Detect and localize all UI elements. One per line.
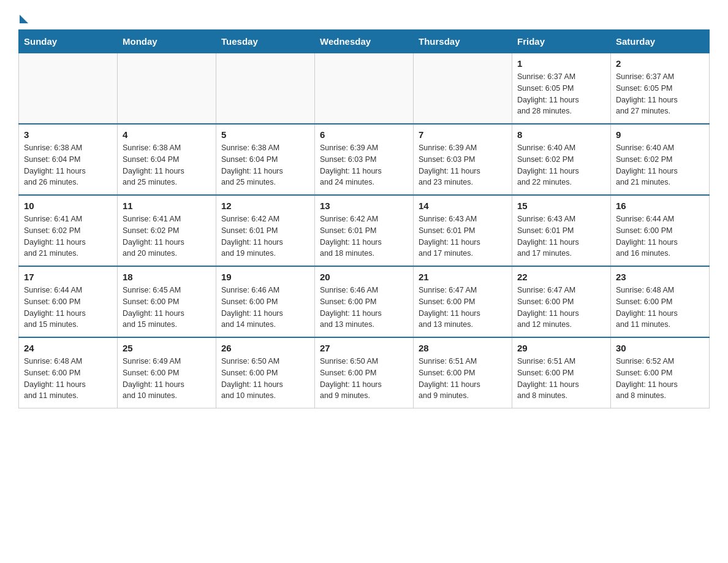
calendar-cell — [216, 53, 315, 124]
sun-info: Sunrise: 6:50 AM Sunset: 6:00 PM Dayligh… — [221, 356, 309, 402]
sun-info: Sunrise: 6:43 AM Sunset: 6:01 PM Dayligh… — [517, 213, 605, 259]
sun-info: Sunrise: 6:40 AM Sunset: 6:02 PM Dayligh… — [616, 142, 704, 188]
sun-info: Sunrise: 6:39 AM Sunset: 6:03 PM Dayligh… — [419, 142, 507, 188]
sun-info: Sunrise: 6:48 AM Sunset: 6:00 PM Dayligh… — [24, 356, 112, 402]
day-number: 10 — [24, 201, 112, 211]
sun-info: Sunrise: 6:46 AM Sunset: 6:00 PM Dayligh… — [221, 285, 309, 331]
day-number: 4 — [123, 129, 211, 140]
sun-info: Sunrise: 6:52 AM Sunset: 6:00 PM Dayligh… — [616, 356, 704, 402]
day-number: 18 — [123, 272, 211, 282]
calendar-cell: 19Sunrise: 6:46 AM Sunset: 6:00 PM Dayli… — [216, 266, 315, 337]
calendar-cell: 24Sunrise: 6:48 AM Sunset: 6:00 PM Dayli… — [19, 337, 118, 408]
column-header-thursday: Thursday — [414, 30, 512, 53]
calendar-table: SundayMondayTuesdayWednesdayThursdayFrid… — [18, 29, 710, 408]
day-number: 12 — [221, 201, 309, 211]
calendar-cell: 9Sunrise: 6:40 AM Sunset: 6:02 PM Daylig… — [611, 124, 710, 195]
day-number: 3 — [24, 129, 112, 140]
calendar-cell: 22Sunrise: 6:47 AM Sunset: 6:00 PM Dayli… — [512, 266, 611, 337]
calendar-cell: 21Sunrise: 6:47 AM Sunset: 6:00 PM Dayli… — [414, 266, 512, 337]
column-header-saturday: Saturday — [611, 30, 710, 53]
sun-info: Sunrise: 6:43 AM Sunset: 6:01 PM Dayligh… — [419, 213, 507, 259]
calendar-cell: 25Sunrise: 6:49 AM Sunset: 6:00 PM Dayli… — [118, 337, 216, 408]
day-number: 24 — [24, 343, 112, 353]
calendar-cell: 2Sunrise: 6:37 AM Sunset: 6:05 PM Daylig… — [611, 53, 710, 124]
calendar-week-row: 3Sunrise: 6:38 AM Sunset: 6:04 PM Daylig… — [19, 124, 710, 195]
calendar-week-row: 24Sunrise: 6:48 AM Sunset: 6:00 PM Dayli… — [19, 337, 710, 408]
day-number: 17 — [24, 272, 112, 282]
day-number: 22 — [517, 272, 605, 282]
calendar-header-row: SundayMondayTuesdayWednesdayThursdayFrid… — [19, 30, 710, 53]
calendar-cell: 6Sunrise: 6:39 AM Sunset: 6:03 PM Daylig… — [315, 124, 414, 195]
calendar-cell: 13Sunrise: 6:42 AM Sunset: 6:01 PM Dayli… — [315, 195, 414, 266]
day-number: 20 — [320, 272, 408, 282]
sun-info: Sunrise: 6:38 AM Sunset: 6:04 PM Dayligh… — [24, 142, 112, 188]
day-number: 28 — [419, 343, 507, 353]
day-number: 19 — [221, 272, 309, 282]
day-number: 29 — [517, 343, 605, 353]
sun-info: Sunrise: 6:37 AM Sunset: 6:05 PM Dayligh… — [616, 71, 704, 117]
sun-info: Sunrise: 6:48 AM Sunset: 6:00 PM Dayligh… — [616, 285, 704, 331]
logo — [18, 12, 28, 23]
calendar-week-row: 1Sunrise: 6:37 AM Sunset: 6:05 PM Daylig… — [19, 53, 710, 124]
day-number: 8 — [517, 129, 605, 140]
column-header-friday: Friday — [512, 30, 611, 53]
sun-info: Sunrise: 6:51 AM Sunset: 6:00 PM Dayligh… — [517, 356, 605, 402]
day-number: 6 — [320, 129, 408, 140]
sun-info: Sunrise: 6:47 AM Sunset: 6:00 PM Dayligh… — [517, 285, 605, 331]
calendar-cell: 5Sunrise: 6:38 AM Sunset: 6:04 PM Daylig… — [216, 124, 315, 195]
calendar-cell: 7Sunrise: 6:39 AM Sunset: 6:03 PM Daylig… — [414, 124, 512, 195]
day-number: 15 — [517, 201, 605, 211]
calendar-cell: 10Sunrise: 6:41 AM Sunset: 6:02 PM Dayli… — [19, 195, 118, 266]
calendar-cell: 1Sunrise: 6:37 AM Sunset: 6:05 PM Daylig… — [512, 53, 611, 124]
sun-info: Sunrise: 6:38 AM Sunset: 6:04 PM Dayligh… — [123, 142, 211, 188]
day-number: 11 — [123, 201, 211, 211]
day-number: 30 — [616, 343, 704, 353]
column-header-sunday: Sunday — [19, 30, 118, 53]
calendar-cell: 30Sunrise: 6:52 AM Sunset: 6:00 PM Dayli… — [611, 337, 710, 408]
sun-info: Sunrise: 6:49 AM Sunset: 6:00 PM Dayligh… — [123, 356, 211, 402]
sun-info: Sunrise: 6:40 AM Sunset: 6:02 PM Dayligh… — [517, 142, 605, 188]
day-number: 25 — [123, 343, 211, 353]
day-number: 23 — [616, 272, 704, 282]
day-number: 1 — [517, 58, 605, 69]
sun-info: Sunrise: 6:41 AM Sunset: 6:02 PM Dayligh… — [24, 213, 112, 259]
calendar-cell — [19, 53, 118, 124]
sun-info: Sunrise: 6:39 AM Sunset: 6:03 PM Dayligh… — [320, 142, 408, 188]
calendar-week-row: 17Sunrise: 6:44 AM Sunset: 6:00 PM Dayli… — [19, 266, 710, 337]
column-header-wednesday: Wednesday — [315, 30, 414, 53]
column-header-monday: Monday — [118, 30, 216, 53]
calendar-cell: 14Sunrise: 6:43 AM Sunset: 6:01 PM Dayli… — [414, 195, 512, 266]
page-header — [18, 12, 710, 23]
calendar-cell — [118, 53, 216, 124]
calendar-cell: 4Sunrise: 6:38 AM Sunset: 6:04 PM Daylig… — [118, 124, 216, 195]
calendar-cell: 15Sunrise: 6:43 AM Sunset: 6:01 PM Dayli… — [512, 195, 611, 266]
sun-info: Sunrise: 6:42 AM Sunset: 6:01 PM Dayligh… — [320, 213, 408, 259]
calendar-cell: 20Sunrise: 6:46 AM Sunset: 6:00 PM Dayli… — [315, 266, 414, 337]
day-number: 5 — [221, 129, 309, 140]
calendar-cell: 26Sunrise: 6:50 AM Sunset: 6:00 PM Dayli… — [216, 337, 315, 408]
calendar-week-row: 10Sunrise: 6:41 AM Sunset: 6:02 PM Dayli… — [19, 195, 710, 266]
calendar-cell: 16Sunrise: 6:44 AM Sunset: 6:00 PM Dayli… — [611, 195, 710, 266]
day-number: 21 — [419, 272, 507, 282]
calendar-cell: 3Sunrise: 6:38 AM Sunset: 6:04 PM Daylig… — [19, 124, 118, 195]
sun-info: Sunrise: 6:47 AM Sunset: 6:00 PM Dayligh… — [419, 285, 507, 331]
sun-info: Sunrise: 6:45 AM Sunset: 6:00 PM Dayligh… — [123, 285, 211, 331]
day-number: 13 — [320, 201, 408, 211]
sun-info: Sunrise: 6:50 AM Sunset: 6:00 PM Dayligh… — [320, 356, 408, 402]
calendar-cell — [414, 53, 512, 124]
column-header-tuesday: Tuesday — [216, 30, 315, 53]
day-number: 2 — [616, 58, 704, 69]
day-number: 27 — [320, 343, 408, 353]
sun-info: Sunrise: 6:42 AM Sunset: 6:01 PM Dayligh… — [221, 213, 309, 259]
day-number: 14 — [419, 201, 507, 211]
day-number: 26 — [221, 343, 309, 353]
calendar-cell: 11Sunrise: 6:41 AM Sunset: 6:02 PM Dayli… — [118, 195, 216, 266]
sun-info: Sunrise: 6:44 AM Sunset: 6:00 PM Dayligh… — [24, 285, 112, 331]
calendar-cell: 28Sunrise: 6:51 AM Sunset: 6:00 PM Dayli… — [414, 337, 512, 408]
sun-info: Sunrise: 6:38 AM Sunset: 6:04 PM Dayligh… — [221, 142, 309, 188]
day-number: 7 — [419, 129, 507, 140]
calendar-cell — [315, 53, 414, 124]
sun-info: Sunrise: 6:41 AM Sunset: 6:02 PM Dayligh… — [123, 213, 211, 259]
calendar-cell: 23Sunrise: 6:48 AM Sunset: 6:00 PM Dayli… — [611, 266, 710, 337]
day-number: 9 — [616, 129, 704, 140]
